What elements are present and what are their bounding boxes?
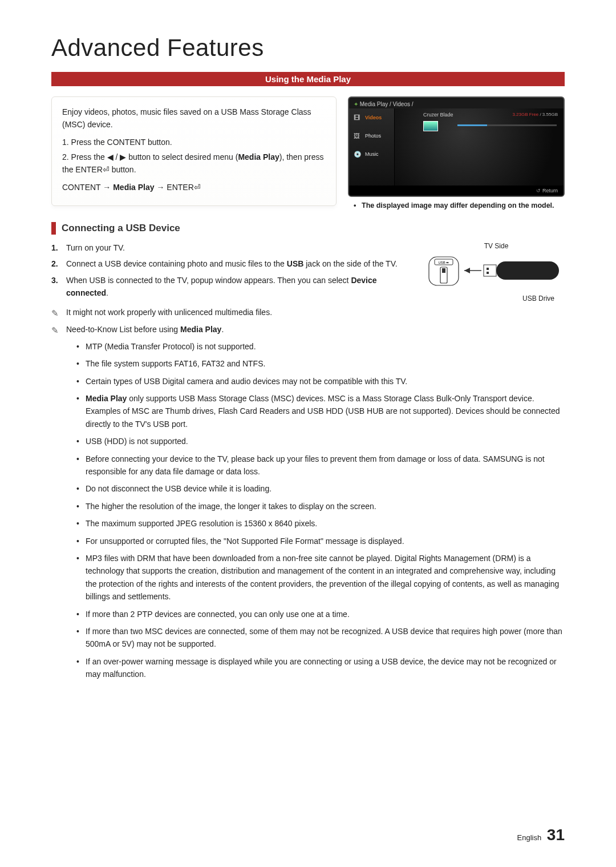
tv-caption: The displayed image may differ depending… [348,201,565,209]
music-icon: 💿 [354,151,362,158]
intro-paragraph: Enjoy videos, photos, music files saved … [62,106,326,131]
tv-device-label: Cruzer Blade [423,112,453,118]
list-item: MP3 files with DRM that have been downlo… [76,552,565,603]
svg-rect-9 [496,261,559,280]
tv-nav-music[interactable]: 💿 Music [349,145,394,163]
list-item: For unsupported or corrupted files, the … [76,535,565,547]
list-item: The maximum supported JPEG resolution is… [76,517,565,530]
intro-box: Enjoy videos, photos, music files saved … [51,96,337,206]
note-1: ✎ It might not work properly with unlice… [51,307,565,320]
usb-diagram-tv-label: TV Side [428,241,565,251]
tv-content-panel: Cruzer Blade 3.23GB Free / 3.55GB [395,108,564,186]
tv-thumbnail [423,121,438,131]
note-icon: ✎ [51,324,62,337]
list-item: The file system supports FAT16, FAT32 an… [76,357,565,370]
nav-path: CONTENT → Media Play → ENTER⏎ [62,182,326,194]
usb-steps: 1. Turn on your TV. 2. Connect a USB dev… [51,241,416,303]
svg-rect-6 [484,265,496,276]
usb-step-3: 3. When USB is connected to the TV, popu… [51,274,416,300]
tv-screenshot: ✦ Media Play / Videos / 🎞 Videos 🖼 Photo… [348,96,565,197]
svg-rect-7 [487,268,489,270]
need-to-know-list: MTP (Media Transfer Protocol) is not sup… [51,340,565,681]
list-item: If an over-power warning message is disp… [76,655,565,681]
tv-progress-bar [457,124,557,126]
film-icon: 🎞 [354,114,362,121]
note-icon: ✎ [51,307,62,320]
tv-nav-videos[interactable]: 🎞 Videos [349,108,394,127]
tv-return-button[interactable]: Return [349,186,564,196]
usb-port-label: USB ⬌ [438,261,449,264]
list-item: The higher the resolution of the image, … [76,500,565,513]
note-2: ✎ Need-to-Know List before using Media P… [51,324,565,337]
usb-diagram-svg: USB ⬌ [428,251,565,297]
list-item: If more than two MSC devices are connect… [76,625,565,651]
svg-marker-5 [464,268,470,273]
tv-screenshot-column: ✦ Media Play / Videos / 🎞 Videos 🖼 Photo… [348,96,565,209]
enter-icon: ⏎ [194,183,201,192]
intro-step-1: 1. Press the CONTENT button. [62,136,326,149]
intro-step-2: 2. Press the ◀ / ▶ button to select desi… [62,151,326,176]
svg-rect-3 [442,268,445,273]
list-item: Before connecting your device to the TV,… [76,453,565,478]
list-item: Do not disconnect the USB device while i… [76,482,565,495]
list-item: Media Play only supports USB Mass Storag… [76,392,565,430]
usb-step-2: 2. Connect a USB device containing photo… [51,257,416,270]
usb-diagram: TV Side USB ⬌ USB Drive [428,241,565,303]
red-bar-icon [51,222,56,235]
subsection-heading: Connecting a USB Device [51,222,565,235]
svg-rect-8 [487,272,489,274]
tv-breadcrumb: ✦ Media Play / Videos / [349,98,564,108]
tv-nav-photos[interactable]: 🖼 Photos [349,127,394,145]
tv-nav: 🎞 Videos 🖼 Photos 💿 Music [349,108,395,186]
section-banner: Using the Media Play [51,72,565,86]
page-title: Advanced Features [51,34,565,62]
left-right-arrow-icon: ◀ / ▶ [107,152,127,162]
photo-icon: 🖼 [354,132,362,139]
list-item: USB (HDD) is not supported. [76,435,565,447]
list-item: MTP (Media Transfer Protocol) is not sup… [76,340,565,353]
page-number: 31 [547,826,565,844]
page-footer: English 31 [517,826,565,844]
enter-icon: ⏎ [103,165,110,174]
tv-storage-label: 3.23GB Free / 3.55GB [512,112,558,117]
list-item: If more than 2 PTP devices are connected… [76,608,565,620]
list-item: Certain types of USB Digital camera and … [76,375,565,388]
usb-step-1: 1. Turn on your TV. [51,241,416,254]
